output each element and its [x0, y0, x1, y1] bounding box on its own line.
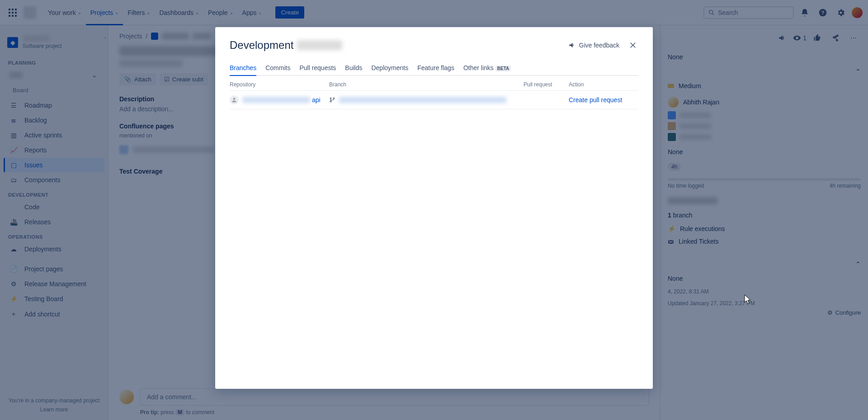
deployments-icon: ☁ — [9, 245, 18, 253]
sidebar-item-add-shortcut[interactable]: ＋Add shortcut — [4, 307, 104, 322]
sidebar-item-backlog[interactable]: ≣Backlog — [4, 113, 104, 127]
chevron-up-icon[interactable]: ⌃ — [855, 260, 861, 268]
sidebar-item-testing-board[interactable]: ⚡Testing Board — [4, 292, 104, 306]
dialog-title: Development — [230, 39, 293, 52]
attach-button[interactable]: 📎Attach — [119, 73, 156, 85]
search-placeholder: Search — [718, 9, 738, 16]
gear-icon: ⚙ — [827, 309, 833, 316]
breadcrumb-projects[interactable]: Projects — [119, 33, 142, 40]
assignee-row[interactable]: Abhith Rajan — [668, 93, 861, 111]
tab-commits[interactable]: Commits — [265, 61, 290, 75]
section-planning: PLANNING — [4, 56, 104, 67]
chevron-up-icon[interactable]: ⌃ — [855, 68, 861, 75]
repo-name-suffix[interactable]: api — [312, 96, 321, 104]
sidebar-item-code[interactable]: Code — [4, 200, 104, 214]
nav-people[interactable]: People⌄ — [203, 0, 238, 25]
search-input[interactable]: Search — [703, 6, 794, 19]
give-feedback-icon[interactable] — [775, 31, 789, 45]
label-swatch — [668, 133, 676, 141]
ticket-icon: 🎟 — [668, 238, 674, 245]
time-tracking-bar[interactable] — [668, 178, 861, 181]
sidebar-item-roadmap[interactable]: ☰Roadmap — [4, 98, 104, 113]
like-icon[interactable] — [810, 31, 825, 45]
rule-executions-link[interactable]: ⚡ Rule executions — [668, 222, 861, 235]
comment-input[interactable]: Add a comment... — [140, 388, 649, 406]
field-value-none-3[interactable]: None — [668, 275, 683, 282]
top-navigation: Your work⌄Projects⌄Filters⌄Dashboards⌄Pe… — [0, 0, 868, 25]
tab-deployments[interactable]: Deployments — [371, 61, 408, 75]
field-value-none-2[interactable]: None — [668, 148, 683, 156]
app-switcher-icon[interactable] — [5, 5, 20, 20]
col-action: Action — [569, 81, 638, 88]
subtask-icon: ☑ — [164, 76, 170, 83]
label-row-2[interactable] — [668, 133, 861, 141]
priority-medium-icon — [668, 84, 674, 88]
svg-point-15 — [330, 101, 331, 102]
sidebar-item-deployments[interactable]: ☁Deployments — [4, 242, 104, 256]
sidebar-learn-more[interactable]: Learn more — [7, 406, 101, 413]
label-row-0[interactable] — [668, 111, 861, 119]
give-feedback-button[interactable]: Give feedback — [568, 41, 620, 49]
nav-apps[interactable]: Apps⌄ — [238, 0, 267, 25]
label-row-1[interactable] — [668, 122, 861, 130]
svg-point-16 — [333, 98, 335, 99]
notifications-icon[interactable] — [797, 5, 812, 20]
create-button[interactable]: Create — [275, 6, 304, 19]
sidebar-item-release-management[interactable]: ⚙Release Management — [4, 277, 104, 291]
nav-your-work[interactable]: Your work⌄ — [43, 0, 86, 25]
sidebar-board-dropdown[interactable]: ⌄ — [4, 68, 104, 82]
components-icon: 🗂 — [9, 176, 18, 184]
close-dialog-button[interactable] — [627, 40, 638, 51]
svg-rect-2 — [15, 9, 17, 10]
breadcrumb-issue-redacted[interactable] — [193, 33, 211, 39]
nav-filters[interactable]: Filters⌄ — [123, 0, 155, 25]
tab-builds[interactable]: Builds — [345, 61, 362, 75]
sidebar-item-active-sprints[interactable]: ▥Active sprints — [4, 128, 104, 142]
megaphone-icon — [568, 41, 576, 49]
issues-icon: ▢ — [9, 161, 18, 169]
tab-pull-requests[interactable]: Pull requests — [299, 61, 336, 75]
sidebar-item-components[interactable]: 🗂Components — [4, 173, 104, 187]
repo-name-redacted[interactable] — [242, 97, 310, 103]
create-pull-request-link[interactable]: Create pull request — [569, 96, 622, 104]
project-header[interactable]: ◆ Software project — [4, 33, 104, 56]
tab-feature-flags[interactable]: Feature flags — [417, 61, 454, 75]
product-logo[interactable] — [24, 6, 36, 19]
nav-dashboards[interactable]: Dashboards⌄ — [155, 0, 203, 25]
project-icon-small — [151, 33, 158, 40]
estimate-row[interactable]: 4h — [668, 159, 861, 175]
col-repository: Repository — [230, 81, 329, 88]
help-icon[interactable]: ? — [816, 5, 830, 20]
tab-other-links[interactable]: Other linksBETA — [463, 61, 511, 75]
configure-button[interactable]: ⚙ Configure — [668, 309, 861, 316]
dialog-tabs: BranchesCommitsPull requestsBuildsDeploy… — [230, 61, 638, 76]
sprint-row[interactable] — [668, 193, 861, 208]
svg-rect-3 — [9, 12, 10, 14]
assignee-avatar — [668, 97, 679, 108]
chevron-down-icon: ⌄ — [92, 71, 97, 79]
sidebar-item-releases[interactable]: 🚢Releases — [4, 215, 104, 229]
sidebar-item-issues[interactable]: ▢Issues — [4, 158, 104, 172]
branch-name-redacted[interactable] — [339, 97, 506, 103]
breadcrumb-project-redacted[interactable] — [162, 33, 189, 39]
issue-details-panel: 1 ⋯ None ⌃ Medium Abhith Rajan None 4h — [660, 25, 868, 420]
sidebar-item-reports[interactable]: 📈Reports — [4, 143, 104, 157]
field-value-none[interactable]: None — [668, 53, 683, 61]
settings-icon[interactable] — [834, 5, 848, 20]
share-icon[interactable] — [828, 31, 843, 45]
profile-avatar[interactable] — [852, 7, 863, 18]
sidebar-collapse-icon[interactable]: ‹ — [102, 34, 108, 41]
linked-tickets-link[interactable]: 🎟 Linked Tickets — [668, 235, 861, 248]
more-actions-icon[interactable]: ⋯ — [846, 31, 861, 45]
releases-icon: 🚢 — [9, 218, 18, 226]
active-sprints-icon: ▥ — [9, 132, 18, 139]
create-subtask-button[interactable]: ☑Create subt — [160, 73, 208, 85]
svg-point-13 — [233, 98, 236, 100]
priority-row[interactable]: Medium — [668, 79, 861, 93]
tab-branches[interactable]: Branches — [230, 61, 256, 76]
development-branches-row[interactable]: 1 branch — [668, 208, 861, 222]
watchers-button[interactable]: 1 — [793, 34, 807, 42]
sidebar-item-project-pages[interactable]: 📄Project pages — [4, 262, 104, 276]
project-type-label: Software project — [23, 43, 62, 49]
nav-projects[interactable]: Projects⌄ — [86, 0, 123, 25]
